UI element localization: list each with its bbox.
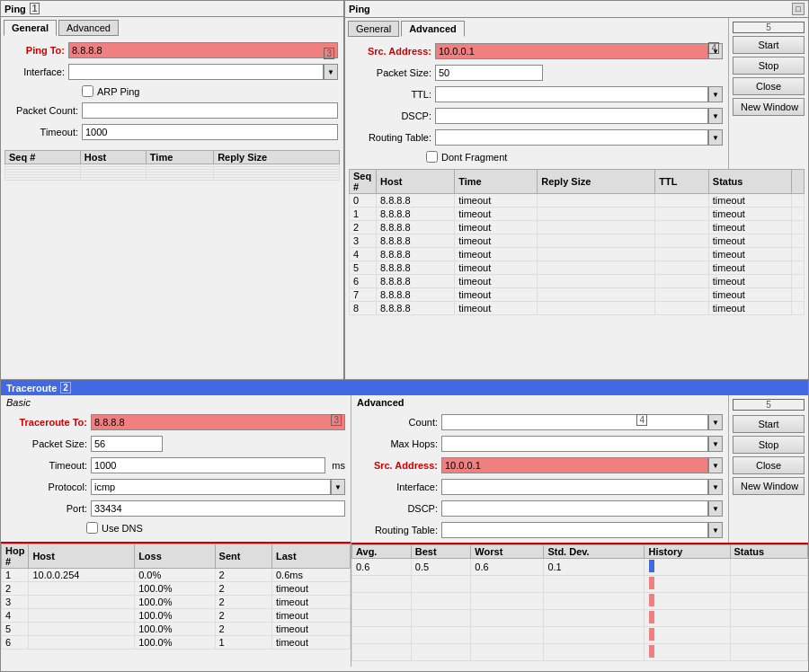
timeout-unit: ms bbox=[332, 460, 345, 471]
table-row: 68.8.8.8timeouttimeout bbox=[350, 275, 805, 288]
protocol-dropdown[interactable]: ▼ bbox=[331, 479, 345, 495]
col-seq-2: Seq # bbox=[350, 170, 377, 194]
history-bar-red bbox=[649, 628, 654, 641]
traceroute-results-right: Avg. Best Worst Std. Dev. History Status… bbox=[351, 544, 808, 661]
interface-dropdown-t[interactable]: ▼ bbox=[708, 479, 723, 495]
routing-table-input-2[interactable] bbox=[435, 129, 708, 146]
trace-packet-size-input[interactable] bbox=[91, 436, 163, 452]
dscp-dropdown-t[interactable]: ▼ bbox=[708, 500, 723, 517]
new-window-button-2[interactable]: New Window bbox=[733, 98, 805, 116]
col-seq: Seq # bbox=[5, 151, 81, 164]
stop-button-t[interactable]: Stop bbox=[733, 436, 805, 454]
badge-3-ping1: 3 bbox=[324, 48, 334, 59]
interface-input[interactable] bbox=[68, 64, 324, 80]
src-address-field-t: ▼ bbox=[441, 457, 723, 473]
src-address-input-2[interactable] bbox=[435, 43, 708, 59]
table-row: 08.8.8.8timeouttimeout bbox=[350, 194, 805, 208]
routing-table-dropdown-t[interactable]: ▼ bbox=[708, 522, 723, 538]
interface-input-t[interactable] bbox=[441, 479, 708, 495]
tab-general-2[interactable]: General bbox=[348, 21, 399, 37]
protocol-input[interactable] bbox=[91, 479, 331, 495]
packet-size-input-2[interactable] bbox=[435, 65, 543, 81]
ping-window-2: Ping □ General Advanced 4 Src. Address: … bbox=[344, 0, 809, 386]
max-hops-input[interactable] bbox=[441, 436, 708, 452]
col-time: Time bbox=[146, 151, 213, 164]
max-hops-dropdown[interactable]: ▼ bbox=[708, 436, 723, 452]
dscp-row-2: DSCP: ▼ bbox=[345, 105, 728, 127]
advanced-subsection: Advanced bbox=[351, 395, 728, 410]
col-worst: Worst bbox=[471, 545, 544, 559]
packet-count-input[interactable] bbox=[82, 102, 338, 119]
packet-size-label-2: Packet Size: bbox=[351, 67, 431, 78]
table-row bbox=[352, 610, 808, 627]
port-input[interactable] bbox=[91, 500, 345, 517]
ping-window-2-title: Ping □ bbox=[345, 1, 808, 18]
dscp-input-2[interactable] bbox=[435, 108, 708, 124]
col-scroll-2 bbox=[792, 170, 805, 194]
ping-title-1: Ping bbox=[4, 4, 26, 14]
col-hop: Hop # bbox=[2, 544, 29, 569]
col-best: Best bbox=[411, 545, 471, 559]
count-input[interactable] bbox=[441, 414, 708, 430]
traceroute-to-input[interactable] bbox=[91, 414, 345, 430]
ping-title-2: Ping bbox=[349, 4, 370, 14]
ttl-dropdown-2[interactable]: ▼ bbox=[708, 86, 723, 102]
basic-subsection: Basic bbox=[1, 395, 351, 410]
ping-to-input[interactable] bbox=[68, 42, 338, 58]
use-dns-checkbox[interactable] bbox=[86, 522, 98, 534]
timeout-label: Timeout: bbox=[6, 127, 78, 137]
new-window-button-t[interactable]: New Window bbox=[733, 477, 805, 495]
badge-4-ping2: 4 bbox=[708, 42, 719, 54]
close-button-t[interactable]: Close bbox=[733, 456, 805, 474]
dscp-label-t: DSCP: bbox=[357, 503, 438, 514]
col-host-2: Host bbox=[377, 170, 455, 194]
dscp-dropdown-2[interactable]: ▼ bbox=[708, 108, 723, 124]
routing-table-input-t[interactable] bbox=[441, 522, 708, 538]
interface-label-t: Interface: bbox=[357, 482, 438, 492]
dont-fragment-checkbox[interactable] bbox=[426, 151, 438, 163]
tab-advanced-1[interactable]: Advanced bbox=[58, 20, 119, 36]
ping-results-table-1: Seq # Host Time Reply Size bbox=[4, 150, 340, 181]
max-hops-field: ▼ bbox=[441, 436, 723, 452]
col-reply-size-2: Reply Size bbox=[538, 170, 655, 194]
arp-ping-label: ARP Ping bbox=[97, 86, 140, 97]
trace-timeout-input[interactable] bbox=[91, 457, 325, 473]
interface-dropdown[interactable]: ▼ bbox=[324, 64, 338, 80]
traceroute-number: 2 bbox=[60, 382, 71, 393]
stop-button-2[interactable]: Stop bbox=[733, 57, 805, 75]
history-bar-red bbox=[649, 611, 654, 623]
start-button-2[interactable]: Start bbox=[733, 36, 805, 54]
trace-timeout-label: Timeout: bbox=[6, 460, 87, 471]
col-avg: Avg. bbox=[352, 545, 412, 559]
src-address-dropdown-t[interactable]: ▼ bbox=[708, 457, 723, 473]
start-button-t[interactable]: Start bbox=[733, 415, 805, 433]
tab-advanced-2[interactable]: Advanced bbox=[401, 21, 465, 37]
routing-table-dropdown-2[interactable]: ▼ bbox=[708, 129, 723, 146]
maximize-button-2[interactable]: □ bbox=[792, 3, 805, 15]
ping-window-1-tabs: General Advanced bbox=[1, 17, 343, 36]
ttl-input-2[interactable] bbox=[435, 86, 708, 102]
close-button-2[interactable]: Close bbox=[733, 77, 805, 95]
interface-row: Interface: ▼ bbox=[1, 61, 343, 83]
count-dropdown[interactable]: ▼ bbox=[708, 414, 723, 430]
routing-table-label-2: Routing Table: bbox=[351, 132, 431, 143]
ping-window-1-title: Ping 1 bbox=[1, 1, 343, 17]
ttl-label-2: TTL: bbox=[351, 89, 431, 100]
badge-3-trace: 3 bbox=[331, 414, 342, 426]
routing-table-row-2: Routing Table: ▼ bbox=[345, 127, 728, 148]
ping-window-2-tabs: General Advanced bbox=[345, 18, 728, 37]
count-field: ▼ bbox=[441, 414, 723, 430]
traceroute-results-table: Hop # Host Loss Sent Last 110.0.0.2540.0… bbox=[1, 544, 351, 650]
packet-size-row-2: Packet Size: bbox=[345, 62, 728, 84]
dscp-input-t[interactable] bbox=[441, 500, 708, 517]
trace-packet-size-label: Packet Size: bbox=[6, 438, 87, 449]
history-bar-red bbox=[649, 577, 654, 589]
src-address-input-t[interactable] bbox=[441, 457, 708, 473]
use-dns-label: Use DNS bbox=[102, 523, 143, 534]
count-label: Count: bbox=[357, 417, 438, 428]
tab-general-1[interactable]: General bbox=[4, 20, 57, 36]
dscp-row-t: DSCP: ▼ bbox=[351, 498, 728, 519]
timeout-input[interactable] bbox=[82, 124, 338, 140]
interface-row-t: Interface: ▼ bbox=[351, 476, 728, 498]
arp-ping-checkbox[interactable] bbox=[82, 85, 93, 97]
